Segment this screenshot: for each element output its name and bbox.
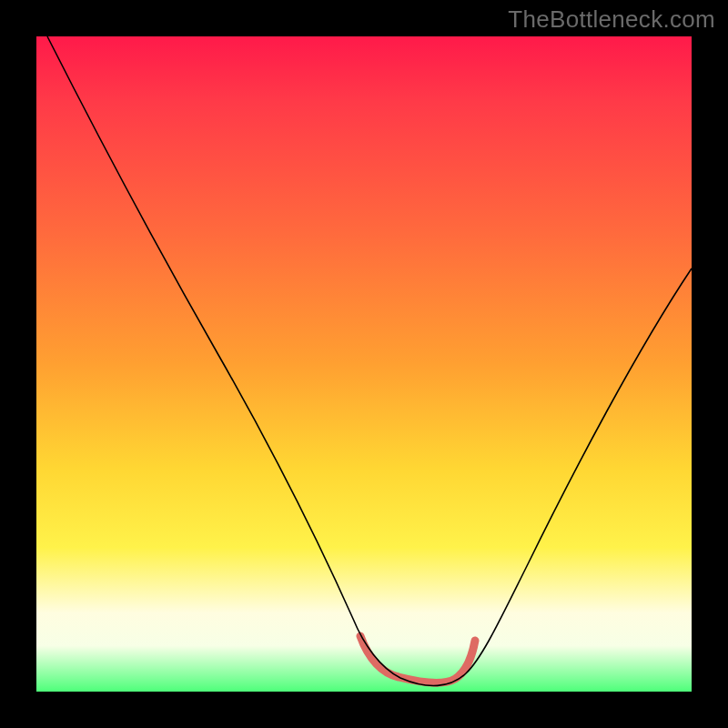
curve-svg xyxy=(36,36,692,692)
plot-area xyxy=(36,36,692,692)
watermark-text: TheBottleneck.com xyxy=(508,5,715,34)
chart-frame: TheBottleneck.com xyxy=(0,0,728,728)
curve-main xyxy=(47,36,692,686)
